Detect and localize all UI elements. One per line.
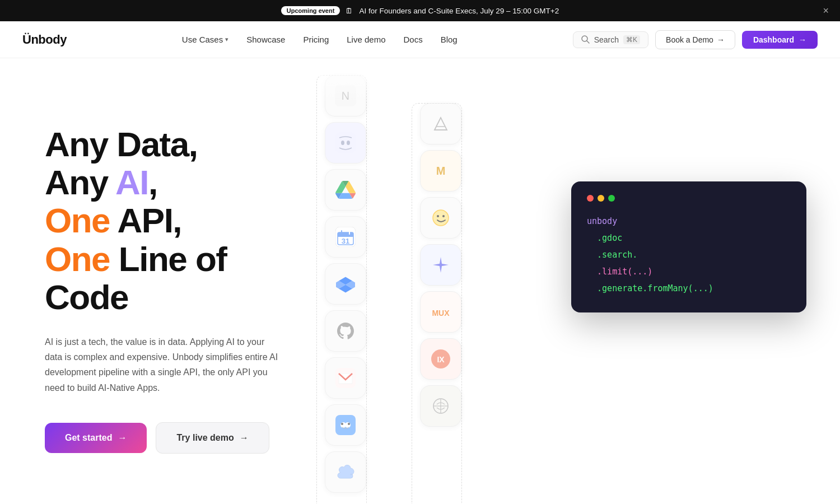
try-live-demo-button[interactable]: Try live demo → — [156, 422, 269, 454]
arrow-right-icon: → — [717, 35, 725, 44]
nav-item-use-cases[interactable]: Use Cases ▾ — [174, 31, 236, 48]
code-indent3 — [587, 267, 597, 277]
title-one2: One — [45, 240, 110, 278]
app-card-finder — [325, 404, 366, 446]
search-button[interactable]: Search ⌘K — [573, 31, 648, 48]
chevron-down-icon: ▾ — [225, 36, 228, 43]
app-card-spark — [420, 244, 461, 286]
book-demo-button[interactable]: Book a Demo → — [655, 30, 735, 49]
announcement-text: AI for Founders and C-Suite Execs, July … — [359, 7, 559, 15]
nav-label-docs: Docs — [404, 35, 423, 44]
svg-text:IX: IX — [437, 355, 445, 364]
svg-point-5 — [341, 141, 344, 145]
title-line4: One Line of Code — [45, 240, 227, 316]
nav-item-docs[interactable]: Docs — [396, 31, 431, 48]
nav-links: Use Cases ▾ Showcase Pricing Live demo D… — [174, 31, 465, 48]
nav-item-pricing[interactable]: Pricing — [295, 31, 337, 48]
arrow-right-demo: → — [240, 433, 249, 443]
title-line3: One API, — [45, 201, 181, 240]
hero-cta-group: Get started → Try live demo → — [45, 422, 314, 454]
nav-item-showcase[interactable]: Showcase — [239, 31, 293, 48]
nav-label-showcase: Showcase — [246, 35, 285, 44]
code-keyword: unbody — [587, 216, 617, 226]
announcement-bar: Upcoming event 🗓 AI for Founders and C-S… — [0, 0, 840, 21]
window-minimize-dot — [598, 195, 604, 202]
svg-text:MUX: MUX — [432, 309, 450, 318]
announcement-close-button[interactable]: × — [823, 6, 829, 16]
app-card-emoji-face — [420, 197, 461, 239]
nav-item-blog[interactable]: Blog — [433, 31, 465, 48]
svg-point-21 — [433, 210, 449, 226]
svg-rect-9 — [338, 232, 353, 237]
app-card-discord — [325, 122, 366, 164]
app-card-google-calendar: 31 — [325, 216, 366, 258]
code-line-limit: .limit(...) — [587, 263, 791, 280]
col-right-fade-bottom — [414, 496, 465, 504]
code-search: .search. — [597, 250, 637, 260]
nav-label-blog: Blog — [441, 35, 458, 44]
search-kbd: ⌘K — [623, 35, 640, 44]
hero-illustration: N — [252, 58, 840, 504]
svg-text:N: N — [342, 90, 349, 102]
app-card-anim — [420, 103, 461, 144]
search-icon — [581, 35, 590, 44]
nav-item-live-demo[interactable]: Live demo — [339, 31, 393, 48]
try-live-demo-label: Try live demo — [176, 433, 234, 443]
title-line1: Any Data, — [45, 125, 197, 164]
svg-point-18 — [348, 423, 350, 425]
dashboard-button[interactable]: Dashboard → — [742, 31, 818, 49]
navbar: Ünbody Use Cases ▾ Showcase Pricing Live… — [0, 21, 840, 58]
svg-point-23 — [442, 215, 445, 217]
nav-actions: Search ⌘K Book a Demo → Dashboard → — [573, 30, 818, 49]
app-card-github — [325, 310, 366, 352]
nav-label-pricing: Pricing — [303, 35, 329, 44]
app-card-midjourney: M — [420, 150, 461, 192]
app-column-left: N — [325, 75, 370, 493]
app-card-gpt — [420, 385, 461, 427]
app-card-gmail — [325, 357, 366, 399]
app-card-cloud — [325, 451, 366, 493]
hero-subtitle: AI is just a tech, the value is in data.… — [45, 334, 280, 395]
svg-point-6 — [347, 141, 350, 145]
title-any: Any — [45, 163, 115, 202]
code-line-keyword: unbody — [587, 213, 791, 230]
code-indent4 — [587, 283, 597, 293]
window-maximize-dot — [608, 195, 615, 202]
app-card-google-drive — [325, 169, 366, 211]
logo-text: Ünbody — [22, 32, 67, 46]
get-started-label: Get started — [65, 433, 112, 443]
logo[interactable]: Ünbody — [22, 32, 67, 47]
code-indent2 — [587, 250, 597, 260]
svg-text:31: 31 — [342, 237, 349, 245]
hero-title: Any Data, Any AI, One API, One Line of C… — [45, 125, 314, 316]
app-column-right: M MUX — [420, 103, 465, 427]
title-api: API, — [110, 201, 181, 240]
code-gdoc: .gdoc — [597, 233, 622, 243]
code-line-gdoc: .gdoc — [587, 230, 791, 246]
svg-rect-4 — [335, 132, 356, 153]
code-indent — [587, 233, 597, 243]
nav-label-use-cases: Use Cases — [182, 35, 223, 44]
title-ai: AI — [115, 163, 148, 202]
hero-section: Any Data, Any AI, One API, One Line of C… — [0, 58, 840, 504]
nav-label-live-demo: Live demo — [347, 35, 385, 44]
code-line-search: .search. — [587, 246, 791, 263]
get-started-button[interactable]: Get started → — [45, 423, 147, 453]
announcement-badge: Upcoming event — [281, 6, 340, 15]
window-controls — [587, 195, 791, 202]
window-close-dot — [587, 195, 594, 202]
arrow-right-icon-dashboard: → — [799, 35, 806, 44]
arrow-right-cta: → — [118, 433, 127, 443]
svg-point-17 — [341, 423, 343, 425]
announcement-emoji: 🗓 — [346, 7, 353, 15]
code-limit: .limit(...) — [597, 267, 652, 277]
svg-point-22 — [437, 215, 439, 217]
svg-point-16 — [345, 422, 351, 428]
code-generate: .generate.fromMany(...) — [597, 283, 713, 293]
title-one1: One — [45, 201, 110, 240]
code-body: unbody .gdoc .search. .limit(...) .gener… — [587, 213, 791, 297]
app-card-notion: N — [325, 75, 366, 116]
col-right-fade-top — [414, 58, 465, 103]
code-panel: unbody .gdoc .search. .limit(...) .gener… — [571, 181, 806, 312]
dashboard-label: Dashboard — [753, 35, 794, 44]
